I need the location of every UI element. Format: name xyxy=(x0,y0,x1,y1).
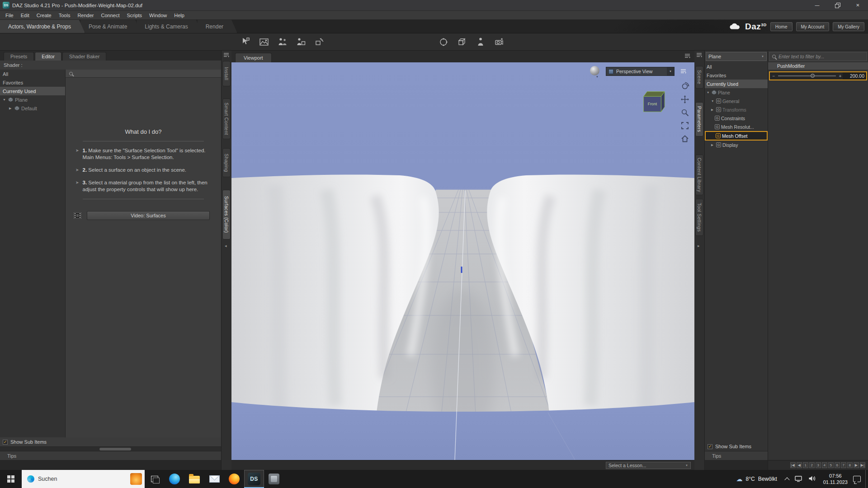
increment-button[interactable]: + xyxy=(838,74,843,79)
home-button[interactable]: Home xyxy=(770,22,793,31)
cube-gizmo-icon[interactable] xyxy=(456,36,468,48)
pager-first[interactable]: |◀ xyxy=(790,462,796,468)
pager-page-4[interactable]: 4 xyxy=(822,462,827,468)
list-item-all[interactable]: All xyxy=(0,70,65,78)
mesh-offset-value[interactable]: 200.00 xyxy=(843,72,866,80)
pushmodifier-group-header[interactable]: PushModifier xyxy=(768,62,868,70)
weather-widget[interactable]: ☁ 8°C Bewölkt xyxy=(732,475,782,483)
expander-down-icon[interactable]: ▼ xyxy=(711,99,715,103)
environment-tool-icon[interactable] xyxy=(258,36,270,48)
show-sub-items-checkbox[interactable]: ✓ xyxy=(708,444,712,449)
pager-prev[interactable]: ◀ xyxy=(797,462,802,468)
decrement-button[interactable]: − xyxy=(771,74,776,79)
param-tree-transforms[interactable]: ▶ Transforms xyxy=(705,105,768,114)
param-tree-mesh-offset[interactable]: Mesh Offset xyxy=(705,131,768,141)
menu-tools[interactable]: Tools xyxy=(55,13,74,18)
param-tree-mesh-resolution[interactable]: Mesh Resolut... xyxy=(705,122,768,131)
explorer-app-button[interactable] xyxy=(184,470,204,488)
tree-item-plane[interactable]: ▼ Plane xyxy=(0,95,65,104)
tips-bar-left[interactable]: Tips xyxy=(0,451,221,460)
tab-presets[interactable]: Presets xyxy=(4,52,34,61)
param-list-favorites[interactable]: Favorites xyxy=(705,71,768,80)
scrollbar-thumb[interactable] xyxy=(99,448,131,450)
list-item-currently-used[interactable]: Currently Used xyxy=(0,87,65,95)
my-gallery-button[interactable]: My Gallery xyxy=(833,22,864,31)
pinned-app-button[interactable] xyxy=(264,470,284,488)
parameter-filter-input[interactable] xyxy=(778,54,864,59)
dock-tab-smart-content[interactable]: Smart Content xyxy=(222,99,231,139)
menu-render[interactable]: Render xyxy=(74,13,97,18)
rotate-gizmo-icon[interactable] xyxy=(437,36,450,48)
daz-studio-app-button[interactable]: DS xyxy=(244,470,264,488)
firefox-app-button[interactable] xyxy=(224,470,244,488)
param-tree-plane[interactable]: ▼ Plane xyxy=(705,88,768,97)
pager-page-1[interactable]: 1 xyxy=(803,462,808,468)
expander-down-icon[interactable]: ▼ xyxy=(707,91,710,94)
dock-tab-install[interactable]: Install xyxy=(222,61,231,86)
menu-connect[interactable]: Connect xyxy=(98,13,123,18)
list-item-favorites[interactable]: Favorites xyxy=(0,78,65,87)
start-button[interactable] xyxy=(0,470,22,488)
pager-page-7[interactable]: 7 xyxy=(841,462,846,468)
close-button[interactable]: ✕ xyxy=(848,0,868,10)
pager-page-2[interactable]: 2 xyxy=(809,462,815,468)
figure-prop-tool-icon[interactable] xyxy=(295,36,307,48)
collapse-right-icon[interactable]: ▸ xyxy=(698,244,700,248)
pager-page-8[interactable]: 8 xyxy=(847,462,853,468)
expander-right-icon[interactable]: ▶ xyxy=(711,143,715,147)
camera-view-dropdown[interactable]: Perspective View ▼ xyxy=(606,67,675,76)
mesh-offset-slider[interactable] xyxy=(778,75,836,76)
node-selector-dropdown[interactable]: Plane ▼ xyxy=(706,52,767,61)
volume-tray-icon[interactable] xyxy=(808,475,816,483)
expander-down-icon[interactable]: ▼ xyxy=(3,98,6,101)
dock-tab-shaping[interactable]: Shaping xyxy=(222,148,231,177)
mail-app-button[interactable] xyxy=(204,470,224,488)
video-surfaces-button[interactable]: Video: Surfaces xyxy=(87,211,210,220)
tray-expand-icon[interactable] xyxy=(784,477,789,482)
tab-actors-wardrobe-props[interactable]: Actors, Wardrobe & Props xyxy=(0,20,85,33)
pager-page-3[interactable]: 3 xyxy=(816,462,821,468)
viewport-tab[interactable]: Viewport xyxy=(235,53,272,62)
select-lesson-dropdown[interactable]: Select a Lesson... ▼ xyxy=(606,462,691,469)
restore-button[interactable] xyxy=(827,0,848,10)
chevron-down-icon[interactable]: ▼ xyxy=(596,75,599,78)
measure-tool-icon[interactable] xyxy=(313,36,326,48)
menu-help[interactable]: Help xyxy=(170,13,188,18)
tips-bar-right[interactable]: Tips xyxy=(705,451,768,460)
expander-right-icon[interactable]: ▶ xyxy=(9,107,13,110)
show-desktop-button[interactable] xyxy=(865,470,868,488)
menu-file[interactable]: File xyxy=(2,13,17,18)
camera-gizmo-icon[interactable] xyxy=(493,36,505,48)
tree-item-default[interactable]: ▶ Default xyxy=(0,104,65,113)
display-tray-icon[interactable] xyxy=(794,475,802,483)
menu-create[interactable]: Create xyxy=(33,13,55,18)
taskbar-search-input[interactable] xyxy=(38,476,127,482)
dock-menu-icon[interactable] xyxy=(223,52,230,59)
param-tree-general[interactable]: ▼ General xyxy=(705,97,768,105)
slider-knob[interactable] xyxy=(811,74,815,78)
zoom-tool-icon[interactable] xyxy=(680,108,690,117)
dock-tab-tool-settings[interactable]: Tool Settings xyxy=(695,199,703,236)
pan-tool-icon[interactable] xyxy=(680,94,690,104)
collapse-left-icon[interactable]: ◂ xyxy=(225,244,227,248)
param-list-all[interactable]: All xyxy=(705,62,768,71)
menu-edit[interactable]: Edit xyxy=(17,13,33,18)
my-account-button[interactable]: My Account xyxy=(796,22,830,31)
pager-last[interactable]: ▶| xyxy=(860,462,865,468)
tab-render[interactable]: Render xyxy=(198,20,237,33)
pager-next[interactable]: ▶ xyxy=(854,462,859,468)
viewport-options-icon[interactable] xyxy=(679,67,688,76)
home-view-icon[interactable] xyxy=(680,134,690,144)
surfaces-search-bar[interactable] xyxy=(66,70,221,78)
viewport-3d[interactable]: ▼ Perspective View ▼ xyxy=(231,62,694,460)
search-highlight-icon[interactable] xyxy=(130,473,142,485)
pager-page-5[interactable]: 5 xyxy=(828,462,834,468)
tab-lights-cameras[interactable]: Lights & Cameras xyxy=(137,20,202,33)
figure-gizmo-icon[interactable] xyxy=(474,36,487,48)
viewport-canvas[interactable] xyxy=(231,62,694,460)
menu-scripts[interactable]: Scripts xyxy=(123,13,146,18)
tab-pose-animate[interactable]: Pose & Animate xyxy=(80,20,141,33)
pager-page-6[interactable]: 6 xyxy=(835,462,840,468)
param-tree-display[interactable]: ▶ Display xyxy=(705,141,768,149)
param-list-currently-used[interactable]: Currently Used xyxy=(705,80,768,88)
